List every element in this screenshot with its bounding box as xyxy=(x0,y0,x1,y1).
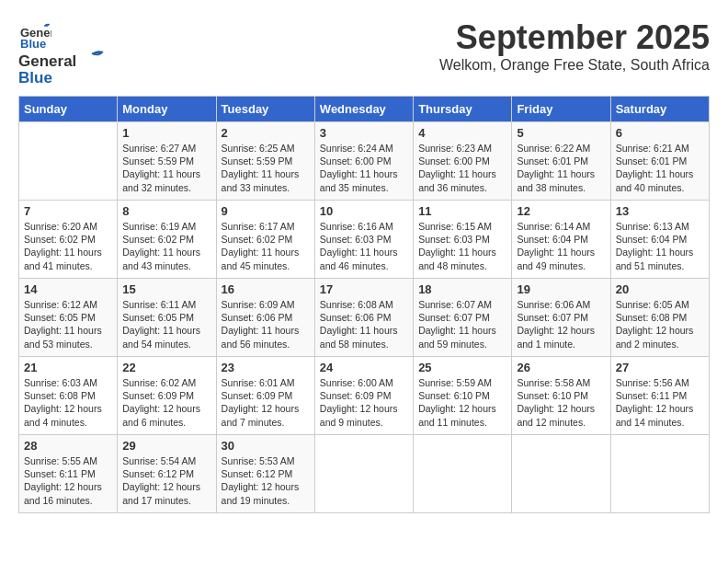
day-cell xyxy=(610,435,709,513)
day-info: Sunrise: 6:03 AM Sunset: 6:08 PM Dayligh… xyxy=(24,376,112,429)
day-info: Sunrise: 6:23 AM Sunset: 6:00 PM Dayligh… xyxy=(418,142,506,194)
day-number: 10 xyxy=(320,204,408,218)
day-cell: 17Sunrise: 6:08 AM Sunset: 6:06 PM Dayli… xyxy=(314,279,413,357)
day-info: Sunrise: 5:59 AM Sunset: 6:10 PM Dayligh… xyxy=(418,376,506,429)
day-cell: 6Sunrise: 6:21 AM Sunset: 6:01 PM Daylig… xyxy=(610,122,709,201)
day-info: Sunrise: 6:08 AM Sunset: 6:06 PM Dayligh… xyxy=(320,298,408,350)
day-header-thursday: Thursday xyxy=(414,97,512,122)
day-info: Sunrise: 6:02 AM Sunset: 6:09 PM Dayligh… xyxy=(122,376,210,429)
day-info: Sunrise: 6:15 AM Sunset: 6:03 PM Dayligh… xyxy=(418,220,506,272)
day-info: Sunrise: 6:22 AM Sunset: 6:01 PM Dayligh… xyxy=(517,142,605,194)
logo-full: General Blue xyxy=(18,48,110,86)
title-block: September 2025 Welkom, Orange Free State… xyxy=(439,18,710,74)
day-number: 28 xyxy=(24,439,112,453)
day-number: 20 xyxy=(616,282,704,296)
day-cell: 14Sunrise: 6:12 AM Sunset: 6:05 PM Dayli… xyxy=(19,279,118,357)
day-number: 5 xyxy=(517,126,605,140)
day-cell: 3Sunrise: 6:24 AM Sunset: 6:00 PM Daylig… xyxy=(314,122,413,201)
day-number: 16 xyxy=(222,282,310,296)
day-cell: 13Sunrise: 6:13 AM Sunset: 6:04 PM Dayli… xyxy=(610,201,709,279)
day-cell: 16Sunrise: 6:09 AM Sunset: 6:06 PM Dayli… xyxy=(216,279,314,357)
day-info: Sunrise: 5:58 AM Sunset: 6:10 PM Dayligh… xyxy=(517,376,605,429)
day-cell: 10Sunrise: 6:16 AM Sunset: 6:03 PM Dayli… xyxy=(314,201,413,279)
calendar-table: SundayMondayTuesdayWednesdayThursdayFrid… xyxy=(18,96,710,513)
day-header-wednesday: Wednesday xyxy=(314,97,413,122)
day-header-monday: Monday xyxy=(118,97,216,122)
day-cell: 9Sunrise: 6:17 AM Sunset: 6:02 PM Daylig… xyxy=(216,201,314,279)
day-info: Sunrise: 5:55 AM Sunset: 6:11 PM Dayligh… xyxy=(24,454,112,507)
day-cell: 22Sunrise: 6:02 AM Sunset: 6:09 PM Dayli… xyxy=(118,357,216,435)
day-info: Sunrise: 6:19 AM Sunset: 6:02 PM Dayligh… xyxy=(122,220,210,272)
day-cell: 15Sunrise: 6:11 AM Sunset: 6:05 PM Dayli… xyxy=(118,279,216,357)
day-cell: 30Sunrise: 5:53 AM Sunset: 6:12 PM Dayli… xyxy=(216,435,314,513)
day-number: 12 xyxy=(517,204,605,218)
day-cell: 23Sunrise: 6:01 AM Sunset: 6:09 PM Dayli… xyxy=(216,357,314,435)
day-cell: 7Sunrise: 6:20 AM Sunset: 6:02 PM Daylig… xyxy=(19,201,118,279)
day-info: Sunrise: 6:09 AM Sunset: 6:06 PM Dayligh… xyxy=(222,298,310,350)
page-header: General Blue General Blue September 2025… xyxy=(18,18,710,86)
day-number: 18 xyxy=(418,282,506,296)
day-info: Sunrise: 6:16 AM Sunset: 6:03 PM Dayligh… xyxy=(320,220,408,272)
day-cell xyxy=(19,122,118,201)
day-info: Sunrise: 5:54 AM Sunset: 6:12 PM Dayligh… xyxy=(122,454,210,507)
day-info: Sunrise: 6:13 AM Sunset: 6:04 PM Dayligh… xyxy=(616,220,704,272)
day-header-saturday: Saturday xyxy=(610,97,709,122)
day-info: Sunrise: 6:27 AM Sunset: 5:59 PM Dayligh… xyxy=(122,142,210,194)
svg-text:Blue: Blue xyxy=(18,69,52,86)
day-info: Sunrise: 6:12 AM Sunset: 6:05 PM Dayligh… xyxy=(24,298,112,350)
day-number: 3 xyxy=(320,126,408,140)
day-number: 29 xyxy=(122,439,210,453)
day-info: Sunrise: 6:25 AM Sunset: 5:59 PM Dayligh… xyxy=(222,142,310,194)
logo: General Blue General Blue xyxy=(18,18,110,86)
day-number: 13 xyxy=(616,204,704,218)
day-number: 21 xyxy=(24,361,112,374)
day-cell: 26Sunrise: 5:58 AM Sunset: 6:10 PM Dayli… xyxy=(512,357,610,435)
week-row-0: 1Sunrise: 6:27 AM Sunset: 5:59 PM Daylig… xyxy=(19,122,710,201)
day-cell: 20Sunrise: 6:05 AM Sunset: 6:08 PM Dayli… xyxy=(610,279,709,357)
day-number: 22 xyxy=(122,361,210,374)
svg-text:General: General xyxy=(18,52,76,70)
day-info: Sunrise: 6:21 AM Sunset: 6:01 PM Dayligh… xyxy=(616,142,704,194)
day-number: 17 xyxy=(320,282,408,296)
day-number: 26 xyxy=(517,361,605,374)
subtitle: Welkom, Orange Free State, South Africa xyxy=(439,57,710,74)
calendar-header-row: SundayMondayTuesdayWednesdayThursdayFrid… xyxy=(19,97,710,122)
calendar-body: 1Sunrise: 6:27 AM Sunset: 5:59 PM Daylig… xyxy=(19,122,710,513)
month-title: September 2025 xyxy=(439,18,710,57)
day-info: Sunrise: 6:01 AM Sunset: 6:09 PM Dayligh… xyxy=(222,376,310,429)
day-cell: 18Sunrise: 6:07 AM Sunset: 6:07 PM Dayli… xyxy=(414,279,512,357)
week-row-1: 7Sunrise: 6:20 AM Sunset: 6:02 PM Daylig… xyxy=(19,201,710,279)
day-header-sunday: Sunday xyxy=(19,97,118,122)
day-number: 4 xyxy=(418,126,506,140)
day-number: 11 xyxy=(418,204,506,218)
day-number: 14 xyxy=(24,282,112,296)
day-cell xyxy=(414,435,512,513)
day-number: 24 xyxy=(320,361,408,374)
day-number: 25 xyxy=(418,361,506,374)
day-cell: 5Sunrise: 6:22 AM Sunset: 6:01 PM Daylig… xyxy=(512,122,610,201)
day-cell: 2Sunrise: 6:25 AM Sunset: 5:59 PM Daylig… xyxy=(216,122,314,201)
day-info: Sunrise: 6:20 AM Sunset: 6:02 PM Dayligh… xyxy=(24,220,112,272)
week-row-2: 14Sunrise: 6:12 AM Sunset: 6:05 PM Dayli… xyxy=(19,279,710,357)
day-info: Sunrise: 6:24 AM Sunset: 6:00 PM Dayligh… xyxy=(320,142,408,194)
day-number: 7 xyxy=(24,204,112,218)
day-number: 15 xyxy=(122,282,210,296)
day-number: 1 xyxy=(122,126,210,140)
day-info: Sunrise: 6:00 AM Sunset: 6:09 PM Dayligh… xyxy=(320,376,408,429)
day-cell: 21Sunrise: 6:03 AM Sunset: 6:08 PM Dayli… xyxy=(19,357,118,435)
day-number: 19 xyxy=(517,282,605,296)
day-cell: 24Sunrise: 6:00 AM Sunset: 6:09 PM Dayli… xyxy=(314,357,413,435)
day-number: 27 xyxy=(616,361,704,374)
day-cell xyxy=(314,435,413,513)
day-cell xyxy=(512,435,610,513)
day-info: Sunrise: 6:07 AM Sunset: 6:07 PM Dayligh… xyxy=(418,298,506,350)
day-number: 30 xyxy=(222,439,310,453)
day-info: Sunrise: 6:11 AM Sunset: 6:05 PM Dayligh… xyxy=(122,298,210,350)
day-number: 6 xyxy=(616,126,704,140)
day-info: Sunrise: 5:56 AM Sunset: 6:11 PM Dayligh… xyxy=(616,376,704,429)
day-cell: 25Sunrise: 5:59 AM Sunset: 6:10 PM Dayli… xyxy=(414,357,512,435)
day-cell: 12Sunrise: 6:14 AM Sunset: 6:04 PM Dayli… xyxy=(512,201,610,279)
day-info: Sunrise: 5:53 AM Sunset: 6:12 PM Dayligh… xyxy=(222,454,310,507)
day-cell: 1Sunrise: 6:27 AM Sunset: 5:59 PM Daylig… xyxy=(118,122,216,201)
day-cell: 11Sunrise: 6:15 AM Sunset: 6:03 PM Dayli… xyxy=(414,201,512,279)
